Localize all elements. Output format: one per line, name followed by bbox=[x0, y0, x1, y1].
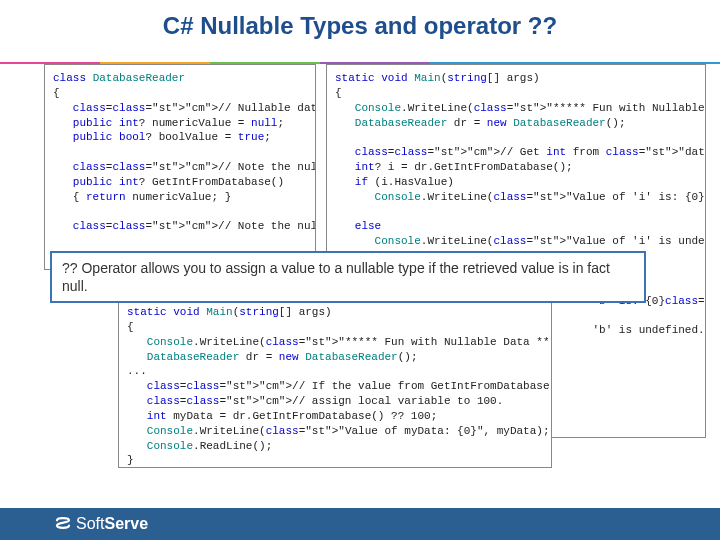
brand-text-thin: Soft bbox=[76, 515, 104, 533]
brand-text-bold: Serve bbox=[104, 515, 148, 533]
code-snippet-null-coalescing: static void Main(string[] args) { Consol… bbox=[118, 298, 552, 468]
footer-bar: SoftServe bbox=[0, 508, 720, 540]
slide-title: C# Nullable Types and operator ?? bbox=[0, 12, 720, 40]
brand-logo: SoftServe bbox=[54, 515, 148, 533]
brand-icon bbox=[54, 515, 72, 533]
code-snippet-class: class DatabaseReader { class=class="st">… bbox=[44, 64, 316, 270]
explanation-callout: ?? Operator allows you to assign a value… bbox=[50, 251, 646, 303]
